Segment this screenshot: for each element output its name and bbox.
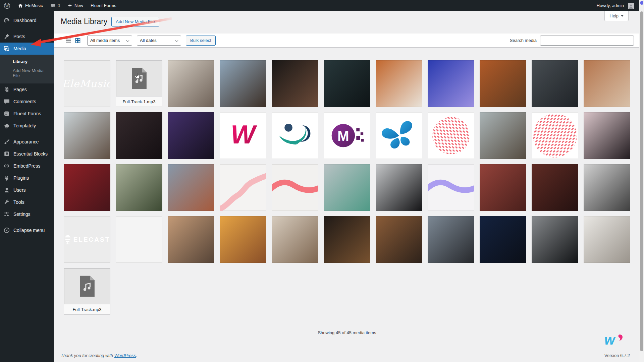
help-button[interactable]: Help bbox=[604, 11, 629, 21]
wordpress-link[interactable]: WordPress bbox=[114, 353, 136, 358]
media-item-salmon-wave[interactable] bbox=[272, 164, 318, 211]
w-floating-logo[interactable]: w bbox=[604, 333, 625, 348]
submenu-item-library[interactable]: Library bbox=[0, 57, 54, 66]
sidebar-item-label: Templately bbox=[13, 123, 36, 128]
media-item-man-dark-studio-warm[interactable] bbox=[324, 216, 370, 263]
sidebar-item-posts[interactable]: Posts bbox=[0, 31, 54, 43]
fluent-forms-admin-link[interactable]: Fluent Forms bbox=[87, 0, 120, 11]
media-item-pink-s-curve[interactable] bbox=[220, 164, 266, 211]
sidebar-item-media[interactable]: Media bbox=[0, 43, 54, 55]
sidebar-item-appearance[interactable]: Appearance bbox=[0, 136, 54, 148]
sidebar-item-label: Media bbox=[13, 46, 26, 51]
media-item-man-profile-dark-studio[interactable] bbox=[272, 60, 318, 107]
media-type-filter[interactable]: All media items bbox=[87, 36, 132, 46]
media-item-audio-full-track-1[interactable]: Full-Track-1.mp3 bbox=[116, 60, 162, 107]
search-media-input[interactable] bbox=[540, 36, 634, 46]
media-item-w-ribbon-logo[interactable]: W bbox=[220, 112, 266, 159]
admin-bar: W EleMusic 0 New Fluent Forms Howdy, adm… bbox=[0, 0, 644, 11]
list-view-button[interactable] bbox=[64, 36, 73, 45]
home-icon bbox=[18, 3, 23, 8]
sidebar-item-settings[interactable]: Settings bbox=[0, 208, 54, 220]
media-item-red-haired-woman[interactable] bbox=[168, 164, 214, 211]
user-avatar[interactable] bbox=[628, 3, 634, 9]
submenu-item-add-new-media-file[interactable]: Add New Media File bbox=[0, 66, 54, 80]
page-scrollbar[interactable] bbox=[639, 0, 644, 362]
scrollbar-thumb[interactable] bbox=[640, 11, 643, 351]
media-item-podcaster-desk-mic[interactable] bbox=[168, 60, 214, 107]
media-item-two-men-interview-window[interactable] bbox=[480, 112, 526, 159]
sidebar-item-plugins[interactable]: Plugins bbox=[0, 172, 54, 184]
media-item-woman-gray-hair[interactable] bbox=[376, 164, 422, 211]
media-item-woman-at-desk-monitor[interactable] bbox=[532, 60, 578, 107]
media-item-man-glasses-floral-shirt[interactable] bbox=[324, 164, 370, 211]
embedpress-icon bbox=[3, 163, 10, 169]
media-item-man-white-polo-orange-wall[interactable] bbox=[376, 60, 422, 107]
sidebar-item-pages[interactable]: Pages bbox=[0, 83, 54, 96]
media-item-man-talking-mic-orange-room[interactable] bbox=[480, 60, 526, 107]
sidebar-item-dashboard[interactable]: Dashboard bbox=[0, 14, 54, 26]
plugins-icon bbox=[3, 175, 10, 181]
hand-cursor-icon bbox=[134, 73, 140, 79]
media-item-woman-choker-flowers[interactable] bbox=[584, 112, 630, 159]
sidebar-item-embedpress[interactable]: EmbedPress bbox=[0, 160, 54, 172]
bulk-select-button[interactable]: Bulk select bbox=[186, 36, 216, 46]
media-item-man-scream-mic-bw[interactable] bbox=[584, 164, 630, 211]
media-item-pink-dash-lines[interactable] bbox=[532, 112, 578, 159]
media-item-man-headphones-from-behind[interactable] bbox=[168, 216, 214, 263]
media-item-woman-headphones-smiling[interactable] bbox=[64, 112, 110, 159]
site-name-link[interactable]: EleMusic bbox=[14, 0, 47, 11]
new-label: New bbox=[74, 3, 83, 8]
sidebar-item-essential-blocks[interactable]: Essential Blocks bbox=[0, 148, 54, 160]
media-item-swoosh-person-logo[interactable] bbox=[272, 112, 318, 159]
media-item-audio-gear-flatlay[interactable] bbox=[584, 216, 630, 263]
media-item-podcast-studio-brick-room[interactable] bbox=[584, 60, 630, 107]
comment-bubble-icon bbox=[50, 3, 56, 8]
media-item-man-red-shirt-portrait[interactable] bbox=[64, 164, 110, 211]
media-item-blank-light[interactable] bbox=[116, 216, 162, 263]
media-item-retro-mic-neon-blue[interactable] bbox=[428, 60, 474, 107]
media-item-headphones-on-mic-stand[interactable] bbox=[324, 60, 370, 107]
sidebar-item-tools[interactable]: Tools bbox=[0, 196, 54, 208]
howdy-account-menu[interactable]: Howdy, admin bbox=[593, 0, 625, 11]
media-item-elemusic-script-logo[interactable]: EleMusic bbox=[64, 60, 110, 107]
media-item-street-red-bus[interactable] bbox=[428, 216, 474, 263]
media-submenu: LibraryAdd New Media File bbox=[0, 55, 54, 83]
media-icon bbox=[3, 45, 10, 52]
grid-view-button[interactable] bbox=[73, 36, 83, 45]
add-new-media-file-button[interactable]: Add New Media File bbox=[111, 17, 159, 26]
howdy-text: Howdy, admin bbox=[597, 3, 624, 8]
date-filter[interactable]: All dates bbox=[137, 36, 181, 46]
comments-icon bbox=[3, 98, 10, 105]
media-item-woman-afro-at-mic[interactable] bbox=[220, 60, 266, 107]
sidebar-item-comments[interactable]: Comments bbox=[0, 96, 54, 108]
media-item-two-men-laughing-laptop[interactable] bbox=[220, 216, 266, 263]
sidebar-item-users[interactable]: Users bbox=[0, 184, 54, 196]
sidebar-item-label: Posts bbox=[13, 34, 25, 39]
media-item-elecast-logo[interactable]: ELECAST bbox=[64, 216, 110, 263]
comments-count: 0 bbox=[58, 3, 60, 8]
showing-count-status: Showing 45 of 45 media items bbox=[64, 330, 630, 335]
site-name: EleMusic bbox=[25, 3, 43, 8]
media-item-dark-scene-people[interactable] bbox=[116, 112, 162, 159]
media-item-studio-red-room-people[interactable] bbox=[480, 164, 526, 211]
media-item-studio-dark-red[interactable] bbox=[532, 164, 578, 211]
sidebar-item-templately[interactable]: Templately bbox=[0, 120, 54, 132]
users-icon bbox=[3, 187, 10, 193]
media-item-purple-wave[interactable] bbox=[428, 164, 474, 211]
media-item-late-night-computer[interactable] bbox=[480, 216, 526, 263]
sidebar-item-fluent-forms[interactable]: Fluent Forms bbox=[0, 108, 54, 120]
media-item-purple-dark-scene[interactable] bbox=[168, 112, 214, 159]
media-toolbar: All media items All dates Bulk select Se… bbox=[54, 34, 644, 48]
new-content-button[interactable]: New bbox=[64, 0, 87, 11]
media-item-audio-full-track[interactable]: Full-Track.mp3 bbox=[64, 268, 110, 315]
media-item-pink-dash-circle[interactable] bbox=[428, 112, 474, 159]
media-item-butterfly-logo[interactable] bbox=[376, 112, 422, 159]
media-item-man-green-jacket[interactable] bbox=[116, 164, 162, 211]
media-item-m-circle-logo[interactable]: M bbox=[324, 112, 370, 159]
wordpress-menu-button[interactable]: W bbox=[0, 0, 14, 11]
sidebar-item-collapse-menu[interactable]: Collapse menu bbox=[0, 224, 54, 236]
media-item-man-desk-recording-gear[interactable] bbox=[376, 216, 422, 263]
media-item-black-mic-pop-filter[interactable] bbox=[532, 216, 578, 263]
comments-counter[interactable]: 0 bbox=[47, 0, 64, 11]
media-item-home-studio-mic-desk[interactable] bbox=[272, 216, 318, 263]
